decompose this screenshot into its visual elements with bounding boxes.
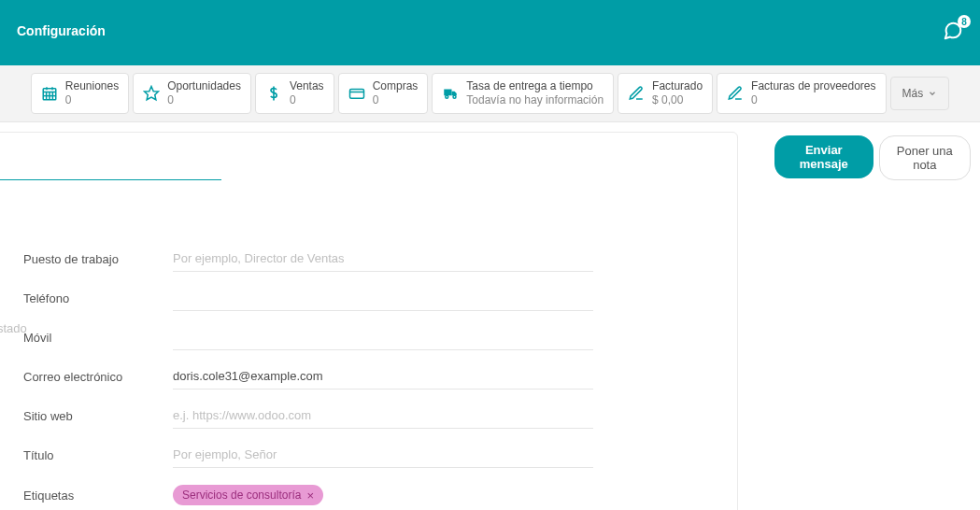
- svg-point-13: [453, 95, 456, 98]
- input-email[interactable]: [173, 369, 593, 383]
- stat-meetings[interactable]: Reuniones 0: [31, 73, 129, 114]
- edit-icon: [628, 85, 645, 102]
- stat-purchases[interactable]: Compras 0: [338, 73, 429, 114]
- input-mobile[interactable]: [173, 330, 593, 344]
- stat-value: $ 0,00: [652, 93, 703, 107]
- edit-icon: [727, 85, 744, 102]
- main-area: stado Puesto de trabajo Teléfono Móvil: [0, 122, 980, 510]
- input-job[interactable]: [173, 251, 593, 265]
- stat-label: Tasa de entrega a tiempo: [466, 79, 604, 93]
- cut-placeholder-text: stado: [0, 321, 27, 335]
- label-email: Correo electrónico: [23, 370, 173, 384]
- more-label: Más: [902, 87, 924, 100]
- label-mobile: Móvil: [23, 331, 173, 345]
- dollar-icon: [265, 85, 282, 102]
- input-website[interactable]: [173, 408, 593, 422]
- chevron-down-icon: [928, 89, 937, 98]
- form-area: stado Puesto de trabajo Teléfono Móvil: [0, 122, 765, 510]
- stat-value: 0: [751, 93, 875, 107]
- row-title: Título: [23, 442, 713, 468]
- label-website: Sitio web: [23, 409, 173, 423]
- form-panel: stado Puesto de trabajo Teléfono Móvil: [0, 132, 738, 510]
- calendar-icon: [41, 85, 58, 102]
- more-button[interactable]: Más: [890, 77, 950, 110]
- stat-label: Facturado: [652, 79, 703, 93]
- title-underline: [0, 179, 221, 180]
- svg-marker-8: [145, 87, 159, 100]
- input-phone[interactable]: [173, 290, 593, 305]
- log-note-button[interactable]: Poner una nota: [879, 135, 971, 180]
- stats-toolbar: Reuniones 0 Oportunidades 0 Ventas 0 Com…: [0, 65, 980, 122]
- stat-value: 0: [290, 93, 324, 107]
- stat-label: Ventas: [290, 79, 324, 93]
- stat-label: Oportunidades: [167, 79, 241, 93]
- label-tags: Etiquetas: [23, 489, 173, 503]
- row-phone: Teléfono: [23, 285, 713, 311]
- row-website: Sitio web: [23, 403, 713, 429]
- tag-text: Servicios de consultoría: [182, 489, 301, 502]
- credit-card-icon: [348, 85, 365, 102]
- row-job-position: Puesto de trabajo: [23, 246, 713, 272]
- stat-opportunities[interactable]: Oportunidades 0: [133, 73, 251, 114]
- header-right: 8: [943, 0, 963, 44]
- app-header: Configuración 8: [0, 0, 980, 65]
- tag-remove-icon[interactable]: ×: [306, 489, 314, 502]
- svg-rect-10: [349, 90, 363, 99]
- tag-chip[interactable]: Servicios de consultoría ×: [173, 485, 323, 505]
- stat-value: Todavía no hay información: [466, 93, 604, 107]
- messages-badge: 8: [958, 15, 971, 28]
- stat-label: Facturas de proveedores: [751, 79, 875, 93]
- stat-sales[interactable]: Ventas 0: [255, 73, 334, 114]
- stat-invoiced[interactable]: Facturado $ 0,00: [618, 73, 713, 114]
- chatter-panel: Enviar mensaje Poner una nota: [765, 122, 980, 510]
- label-job: Puesto de trabajo: [23, 252, 173, 266]
- row-email: Correo electrónico: [23, 363, 713, 390]
- row-tags: Etiquetas Servicios de consultoría ×: [23, 485, 713, 505]
- send-message-button[interactable]: Enviar mensaje: [774, 135, 873, 178]
- stat-vendor-bills[interactable]: Facturas de proveedores 0: [717, 73, 886, 114]
- messages-button[interactable]: 8: [943, 21, 963, 44]
- stat-value: 0: [167, 93, 241, 107]
- stat-label: Reuniones: [65, 79, 119, 93]
- star-icon: [143, 85, 160, 102]
- stat-ontime-rate[interactable]: Tasa de entrega a tiempo Todavía no hay …: [432, 73, 614, 114]
- input-title[interactable]: [173, 447, 593, 461]
- stat-value: 0: [373, 93, 419, 107]
- page-title: Configuración: [17, 0, 106, 38]
- stat-value: 0: [65, 93, 119, 107]
- label-title: Título: [23, 448, 173, 462]
- stat-label: Compras: [373, 79, 419, 93]
- svg-point-12: [446, 95, 448, 98]
- truck-icon: [442, 85, 459, 102]
- row-mobile: Móvil: [23, 324, 713, 350]
- label-phone: Teléfono: [23, 291, 173, 305]
